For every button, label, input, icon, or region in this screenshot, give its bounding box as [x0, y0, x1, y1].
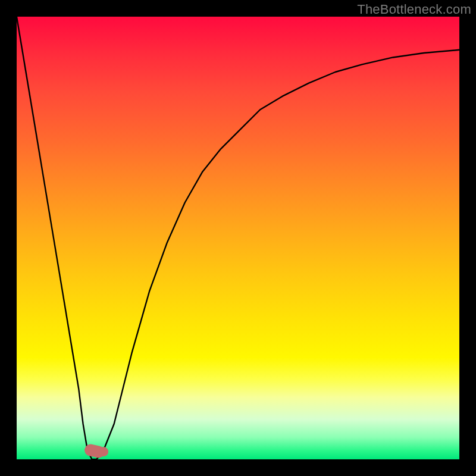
watermark-text: TheBottleneck.com — [357, 2, 471, 17]
chart-frame: TheBottleneck.com — [0, 0, 476, 476]
bottleneck-curve — [17, 17, 459, 459]
plot-area — [17, 17, 459, 459]
